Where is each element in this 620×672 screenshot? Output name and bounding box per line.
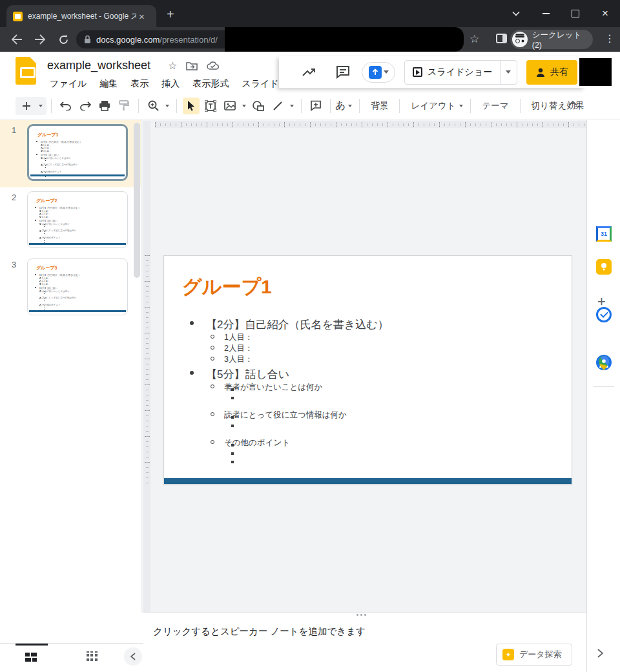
document-title[interactable]: example_worksheet <box>47 59 150 72</box>
theme-button[interactable]: テーマ <box>475 100 515 112</box>
bullet-item <box>164 448 572 457</box>
transition-button[interactable]: 切り替え効果 <box>525 100 591 112</box>
present-dropdown-caret <box>384 70 389 74</box>
slides-favicon-icon <box>13 12 23 21</box>
menu-slide[interactable]: スライド <box>238 77 282 91</box>
keep-icon[interactable] <box>596 259 612 275</box>
speaker-notes-area[interactable]: クリックするとスピーカー ノートを追加できます ✦ データ探索 <box>143 618 586 672</box>
toolbar-collapse-icon[interactable] <box>568 100 577 106</box>
maps-icon[interactable] <box>596 355 612 371</box>
print-button[interactable] <box>96 98 113 114</box>
expand-panel-chevron[interactable] <box>597 649 603 658</box>
slide-number: 2 <box>12 193 16 202</box>
explore-label: データ探索 <box>519 649 562 660</box>
menu-insert[interactable]: 挿入 <box>158 77 183 91</box>
new-slide-caret[interactable] <box>36 105 45 107</box>
comment-icon[interactable] <box>335 64 351 81</box>
user-avatar[interactable] <box>579 58 612 86</box>
layout-caret[interactable] <box>457 105 466 107</box>
window-close-button[interactable]: × <box>590 0 620 27</box>
zoom-caret[interactable] <box>163 105 172 107</box>
forward-button[interactable] <box>32 32 48 47</box>
activity-trend-icon[interactable] <box>301 64 318 81</box>
star-document-icon[interactable]: ☆ <box>168 59 177 72</box>
window-maximize-button[interactable] <box>561 0 590 27</box>
text-format-tool[interactable]: あ <box>335 99 346 112</box>
filmstrip-view-button[interactable] <box>25 652 37 662</box>
thumbnail-accent-bar <box>30 174 125 176</box>
bullet-item: 著者が言いたいことは何か <box>164 382 572 393</box>
zoom-tool[interactable] <box>145 98 161 114</box>
browser-tab[interactable]: example_worksheet - Google スラ × <box>6 5 156 27</box>
slide-thumbnail[interactable]: グループ2【2分】自己紹介（氏名を書き込む）1人目：2人目：3人目：【5分】話し… <box>27 191 128 248</box>
background-button[interactable]: 背景 <box>364 100 395 112</box>
calendar-icon[interactable]: 31 <box>596 226 612 242</box>
insert-comment-tool[interactable] <box>307 98 324 114</box>
bookmark-star-icon[interactable]: ☆ <box>470 32 479 46</box>
bullet-item: その他のポイント <box>164 437 572 448</box>
browser-menu-icon[interactable]: ⋮ <box>604 32 615 45</box>
bullet-item <box>164 457 572 465</box>
present-to-meeting-button[interactable] <box>362 62 395 83</box>
filmstrip-panel: 1グループ1【2分】自己紹介（氏名を書き込む）1人目：2人目：3人目：【5分】話… <box>0 120 143 643</box>
share-person-icon <box>535 68 546 77</box>
text-box-tool[interactable] <box>202 98 219 114</box>
incognito-label: シークレット (2) <box>532 30 593 50</box>
bullet-item: 3人目： <box>28 216 127 219</box>
explore-button[interactable]: ✦ データ探索 <box>496 644 572 666</box>
new-slide-button[interactable] <box>16 97 46 115</box>
browser-tab-strip: example_worksheet - Google スラ × + × <box>0 0 620 27</box>
menu-file[interactable]: ファイル <box>46 77 90 91</box>
menu-edit[interactable]: 編集 <box>96 77 121 91</box>
filmstrip-scrollbar[interactable] <box>134 123 140 278</box>
active-view-indicator <box>16 644 48 646</box>
collapse-filmstrip-button[interactable] <box>124 647 142 666</box>
text-format-caret[interactable] <box>346 105 355 107</box>
side-panel-icon[interactable] <box>496 34 507 43</box>
speaker-notes-placeholder[interactable]: クリックするとスピーカー ノートを追加できます <box>153 625 366 638</box>
window-profile-chevron-icon[interactable] <box>501 0 531 27</box>
slide-editor-page[interactable]: グループ1 【2分】自己紹介（氏名を書き込む）1人目：2人目：3人目：【5分】話… <box>163 255 572 485</box>
image-caret[interactable] <box>240 105 249 107</box>
slideshow-dropdown[interactable] <box>500 60 517 85</box>
slide-thumbnail[interactable]: グループ3【2分】自己紹介（氏名を書き込む）1人目：2人目：3人目：【5分】話し… <box>27 258 128 315</box>
new-tab-button[interactable]: + <box>167 8 174 21</box>
tab-close-icon[interactable]: × <box>139 12 145 21</box>
insert-image-tool[interactable] <box>222 98 238 114</box>
cloud-status-icon[interactable] <box>207 61 220 70</box>
slide-body-text[interactable]: 【2分】自己紹介（氏名を書き込む）1人目：2人目：3人目：【5分】話し合い著者が… <box>164 315 572 474</box>
filmstrip-slide-1[interactable]: 1グループ1【2分】自己紹介（氏名を書き込む）1人目：2人目：3人目：【5分】話… <box>0 120 143 187</box>
shape-tool[interactable] <box>250 98 267 114</box>
slide-toolbar: あ 背景 レイアウト テーマ 切り替え効果 <box>0 92 620 120</box>
slide-thumbnail[interactable]: グループ1【2分】自己紹介（氏名を書き込む）1人目：2人目：3人目：【5分】話し… <box>27 124 128 181</box>
menu-view[interactable]: 表示 <box>127 77 152 91</box>
reload-button[interactable] <box>56 32 71 47</box>
notes-drag-handle-icon[interactable] <box>356 614 366 616</box>
slideshow-button[interactable]: スライドショー <box>404 60 517 85</box>
explore-icon: ✦ <box>502 649 514 660</box>
window-minimize-button[interactable] <box>531 0 561 27</box>
incognito-icon <box>512 32 528 47</box>
bullet-item: 読者にとって役に立つ情報は何か <box>164 410 572 421</box>
thumbnail-accent-bar <box>29 243 126 245</box>
move-folder-icon[interactable] <box>186 61 198 70</box>
select-tool[interactable] <box>183 98 200 114</box>
back-button[interactable] <box>9 32 25 47</box>
redo-button[interactable] <box>77 98 94 114</box>
paint-format-button[interactable] <box>116 98 132 114</box>
undo-button[interactable] <box>57 98 74 114</box>
incognito-badge[interactable]: シークレット (2) <box>510 30 593 49</box>
layout-button[interactable]: レイアウト <box>404 100 462 112</box>
menu-format[interactable]: 表示形式 <box>189 77 232 91</box>
slides-logo-icon[interactable] <box>16 57 36 85</box>
grid-view-button[interactable] <box>87 651 98 661</box>
slide-title[interactable]: グループ1 <box>182 274 272 300</box>
rail-divider <box>594 386 614 387</box>
filmstrip-slide-3[interactable]: 3グループ3【2分】自己紹介（氏名を書き込む）1人目：2人目：3人目：【5分】話… <box>0 255 143 322</box>
share-button[interactable]: 共有 <box>526 60 577 85</box>
add-app-button[interactable]: + <box>597 293 606 310</box>
line-caret[interactable] <box>287 105 296 107</box>
thumbnail-body: 【2分】自己紹介（氏名を書き込む）1人目：2人目：3人目：【5分】話し合い著者が… <box>28 273 127 313</box>
line-tool[interactable] <box>269 98 286 114</box>
filmstrip-slide-2[interactable]: 2グループ2【2分】自己紹介（氏名を書き込む）1人目：2人目：3人目：【5分】話… <box>0 187 143 255</box>
